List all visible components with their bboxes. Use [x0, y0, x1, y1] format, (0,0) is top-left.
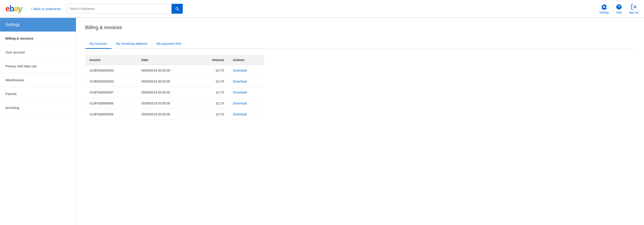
cell-amount-3: £2.70	[196, 98, 228, 109]
cell-invoice-0: G19RS00000003	[85, 65, 137, 76]
col-amount: Amount	[196, 55, 228, 65]
table-row: G19RS00000003 06/06/2019 00:00:00 -£2.70…	[85, 65, 264, 76]
cell-invoice-2: G19FS00000067	[85, 87, 137, 98]
table-header: Invoice Date Amount Actions	[85, 55, 264, 65]
layout: Settings Billing & invoices Your account…	[0, 18, 644, 225]
sidebar-item-warehouses[interactable]: Warehouses	[0, 73, 76, 87]
sidebar-item-account[interactable]: Your account	[0, 45, 76, 59]
cell-date-0: 06/06/2019 00:00:00	[137, 65, 196, 76]
cell-date-2: 05/06/2019 00:00:00	[137, 87, 196, 98]
help-icon-container	[615, 3, 622, 10]
cell-invoice-4: G19FS00000056	[85, 109, 137, 120]
cell-action-1: Download	[228, 76, 264, 87]
sidebar-link-parcels[interactable]: Parcels	[0, 87, 76, 101]
invoice-table: Invoice Date Amount Actions G19RS0000000…	[85, 55, 264, 120]
back-to-shipments-link[interactable]: ‹ Back to shipments	[31, 7, 61, 11]
sidebar-item-parcels[interactable]: Parcels	[0, 87, 76, 101]
sidebar-title: Settings	[0, 18, 76, 31]
table-row: G19FS00000067 05/06/2019 00:00:00 £2.70 …	[85, 87, 264, 98]
logo-y: y	[18, 4, 22, 13]
header: ebay ‹ Back to shipments Settings	[0, 0, 644, 18]
help-action[interactable]: Help	[615, 3, 622, 14]
cell-action-0: Download	[228, 65, 264, 76]
sidebar-item-privacy[interactable]: Privacy and data use	[0, 59, 76, 73]
settings-label: Settings	[600, 11, 609, 14]
table-row: G19FS00000056 05/06/2019 00:00:00 £2.70 …	[85, 109, 264, 120]
sidebar-link-account[interactable]: Your account	[0, 45, 76, 59]
sidebar-link-archiving[interactable]: Archiving	[0, 101, 76, 115]
svg-point-1	[619, 8, 619, 8]
tabs: My invoices My invoicing address My paym…	[85, 39, 635, 49]
help-label: Help	[616, 11, 622, 14]
search-container	[66, 4, 183, 14]
download-link-0[interactable]: Download	[233, 69, 247, 72]
logo-a: a	[14, 4, 18, 13]
sidebar-link-warehouses[interactable]: Warehouses	[0, 73, 76, 87]
cell-amount-2: £2.70	[196, 87, 228, 98]
download-link-1[interactable]: Download	[233, 80, 247, 83]
table-row: G19FS00000066 05/06/2019 00:00:00 £2.70 …	[85, 98, 264, 109]
col-invoice: Invoice	[85, 55, 137, 65]
cell-invoice-3: G19FS00000066	[85, 98, 137, 109]
signout-label: Sign out	[629, 11, 639, 14]
table-row: G19RS00000002 06/06/2019 00:00:00 -£2.70…	[85, 76, 264, 87]
download-link-4[interactable]: Download	[233, 112, 247, 116]
cell-amount-4: £2.70	[196, 109, 228, 120]
sidebar-item-archiving[interactable]: Archiving	[0, 101, 76, 115]
cell-amount-0: -£2.70	[196, 65, 228, 76]
cell-amount-1: -£2.70	[196, 76, 228, 87]
cell-date-3: 05/06/2019 00:00:00	[137, 98, 196, 109]
sidebar-nav: Billing & invoices Your account Privacy …	[0, 31, 76, 115]
cell-action-3: Download	[228, 98, 264, 109]
search-button[interactable]	[172, 4, 183, 14]
search-icon	[175, 6, 179, 11]
chevron-left-icon: ‹	[31, 7, 32, 11]
signout-icon	[630, 4, 637, 10]
search-input[interactable]	[66, 4, 172, 14]
cell-date-4: 05/06/2019 00:00:00	[137, 109, 196, 120]
cell-date-1: 06/06/2019 00:00:00	[137, 76, 196, 87]
cell-invoice-1: G19RS00000002	[85, 76, 137, 87]
download-link-3[interactable]: Download	[233, 102, 247, 105]
col-date: Date	[137, 55, 196, 65]
logo-e: e	[5, 4, 10, 13]
signout-action[interactable]: Sign out	[629, 3, 639, 14]
col-actions: Actions	[228, 55, 264, 65]
header-actions: Settings Help Sign out	[600, 3, 639, 14]
sidebar-link-privacy[interactable]: Privacy and data use	[0, 59, 76, 73]
help-icon	[616, 4, 622, 10]
back-to-shipments-label: Back to shipments	[33, 7, 61, 11]
main-content: Billing & invoices My invoices My invoic…	[76, 18, 644, 225]
tab-my-invoices[interactable]: My invoices	[85, 39, 112, 49]
table-body: G19RS00000003 06/06/2019 00:00:00 -£2.70…	[85, 65, 264, 120]
sidebar: Settings Billing & invoices Your account…	[0, 18, 76, 225]
ebay-logo[interactable]: ebay	[5, 4, 22, 13]
settings-icon-container	[600, 3, 608, 10]
sidebar-item-billing[interactable]: Billing & invoices	[0, 31, 76, 45]
sidebar-link-billing[interactable]: Billing & invoices	[0, 31, 76, 45]
cell-action-4: Download	[228, 109, 264, 120]
settings-action[interactable]: Settings	[600, 3, 609, 14]
cell-action-2: Download	[228, 87, 264, 98]
tab-invoicing-address[interactable]: My invoicing address	[112, 39, 152, 49]
logo-b: b	[10, 4, 14, 13]
gear-icon	[601, 4, 607, 10]
download-link-2[interactable]: Download	[233, 91, 247, 94]
signout-icon-container	[630, 3, 637, 10]
page-title: Billing & invoices	[85, 25, 635, 33]
tab-payment-info[interactable]: My payment info	[152, 39, 186, 49]
